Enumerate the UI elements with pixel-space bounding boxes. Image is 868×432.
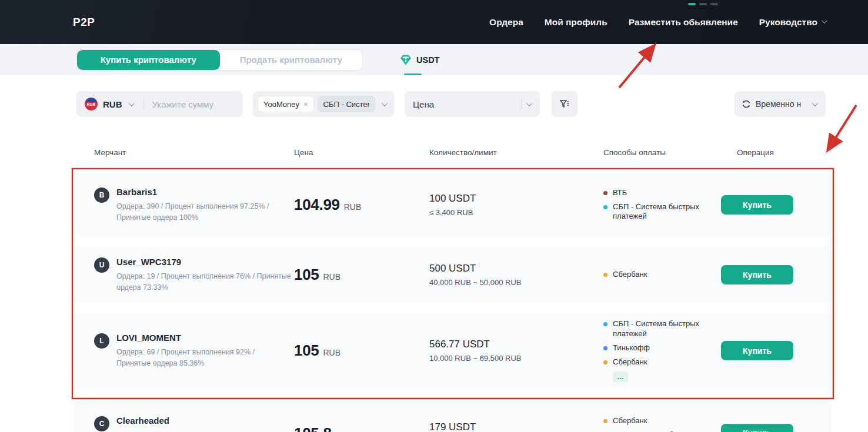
buy-button[interactable]: Купить [721,265,793,284]
payment-method-select[interactable]: YooMoney × СБП - Система [253,91,394,117]
refresh-icon [742,99,751,109]
nav-post-ad[interactable]: Разместить обьявление [629,17,738,28]
buy-button[interactable]: Купить [721,341,793,360]
price-currency: RUB [323,272,340,282]
amount-cell: 100 USDT ≤ 3,400 RUB [429,193,603,217]
offer-row: B Barbaris1 Ордера: 390 / Процент выполн… [74,173,832,236]
limit: 40,000 RUB ~ 50,000 RUB [429,278,603,287]
buy-button[interactable]: Купить [721,195,793,215]
payment-method: СБП - Система быстрых платежей [603,319,714,339]
price-value: 105.8 [294,424,332,432]
nav-guide[interactable]: Руководство [759,17,826,28]
header-merchant: Мерчант [94,148,294,157]
price-currency: RUB [323,348,340,357]
header-operation: Операция [721,148,833,157]
sort-value: Цена [413,99,434,109]
payment-method: СБП - Система быстрых платежей [603,202,714,222]
payment-dot [603,419,607,423]
operation-cell: Купить [721,424,832,432]
payment-dot [603,273,607,277]
nav-my-profile[interactable]: Мой профиль [545,17,607,28]
chevron-down-icon [382,101,388,106]
asset-tab-usdt[interactable]: USDT [400,44,439,75]
operation-cell: Купить [721,341,832,360]
price-cell: 105 RUB [294,266,429,284]
payment-methods-cell: ВТБСБП - Система быстрых платежей [603,188,721,222]
payment-chip-sbp: СБП - Система [318,96,375,112]
payment-methods-cell: Сбербанк [603,270,721,280]
nav-orders[interactable]: Ордера [489,17,523,28]
operation-cell: Купить [721,195,832,215]
merchant-cell: U User_WPC3179 Ордера: 19 / Процент выпо… [94,257,294,292]
offer-row: L LOVI_MOMENT Ордера: 69 / Процент выпол… [74,313,832,388]
payment-label: Сбербанк [613,357,647,367]
sell-tab[interactable]: Продать криптовалюту [220,50,363,70]
price-value: 105 [294,266,319,284]
divider [521,98,522,110]
header-amount-limit: Количество/лимит [429,148,603,157]
payment-label: СБП - Система быстрых платежей [613,319,714,339]
payment-method: Тинькофф [603,343,714,353]
payment-dot [603,360,607,364]
header-price: Цена [294,148,429,157]
amount: 500 USDT [429,263,603,274]
merchant-cell: C Clearheaded Ордера: 381 / Процент выпо… [94,416,294,432]
avatar: U [94,257,109,273]
filters-bar: RUB RUB YooMoney × СБП - Система Цена [0,75,868,141]
remove-chip-icon[interactable]: × [303,100,308,109]
amount-cell: 179 USDT 3,000 RUB ~ 18,938 RUB [429,421,603,432]
payment-method: ВТБ [603,188,714,198]
offer-row: C Clearheaded Ордера: 381 / Процент выпо… [74,398,832,432]
rub-currency-icon: RUB [85,98,98,110]
merchant-cell: B Barbaris1 Ордера: 390 / Процент выполн… [94,187,294,222]
buy-button[interactable]: Купить [721,424,793,432]
slide-dash-active[interactable] [688,3,696,5]
buy-sell-toggle: Купить криптовалюту Продать криптовалюту [76,49,363,71]
p2p-page: P2P Ордера Мой профиль Разместить обьявл… [0,0,868,432]
price-value: 104.99 [294,196,340,214]
payment-method: Сбербанк [603,416,714,426]
tether-icon [400,54,412,66]
merchant-name[interactable]: Clearheaded [116,416,311,426]
merchant-name[interactable]: LOVI_MOMENT [116,333,311,343]
status-select[interactable]: Временно н [735,91,826,117]
merchant-name[interactable]: User_WPC3179 [116,257,311,267]
slide-dash[interactable] [710,3,718,5]
offer-row: U User_WPC3179 Ордера: 19 / Процент выпо… [74,246,832,303]
payment-method: Сбербанк [603,270,714,280]
payment-dot [603,205,607,209]
payment-label: СБП - Система быстрых платежей [613,202,714,222]
asset-tab-label: USDT [416,55,439,65]
status-value: Временно н [756,99,806,109]
payment-dot [603,191,607,195]
active-tab-underline [404,73,422,75]
payment-method: Сбербанк [603,357,714,367]
chevron-down-icon [128,101,134,106]
payment-label: Тинькофф [613,343,650,353]
more-payments-button[interactable]: ... [613,371,628,382]
sort-select[interactable]: Цена [405,91,540,117]
currency-amount-control[interactable]: RUB RUB [76,91,243,117]
amount-input[interactable] [152,99,229,109]
operation-cell: Купить [721,265,832,284]
amount: 566.77 USDT [429,339,603,350]
merchant-name[interactable]: Barbaris1 [116,187,311,197]
amount-cell: 500 USDT 40,000 RUB ~ 50,000 RUB [429,263,603,287]
avatar: B [94,187,109,203]
nav-links: Ордера Мой профиль Разместить обьявление… [489,17,826,28]
limit: ≤ 3,400 RUB [429,208,603,217]
price-cell: 105 RUB [294,341,429,360]
merchant-stats: Ордера: 390 / Процент выполнения 97.25% … [116,201,311,222]
avatar: L [94,333,109,349]
buy-tab[interactable]: Купить криптовалюту [77,50,220,70]
header-payment-methods: Способы оплаты [603,148,721,157]
app-logo[interactable]: P2P [73,16,95,29]
advanced-filter-button[interactable] [552,91,577,117]
amount: 100 USDT [429,193,603,205]
price-cell: 104.99 RUB [294,196,429,214]
amount-cell: 566.77 USDT 10,000 RUB ~ 69,500 RUB [429,339,603,363]
chevron-down-icon [822,18,827,24]
slide-dash[interactable] [699,3,707,5]
payment-label: Сбербанк [613,270,647,280]
limit: 10,000 RUB ~ 69,500 RUB [429,354,603,363]
